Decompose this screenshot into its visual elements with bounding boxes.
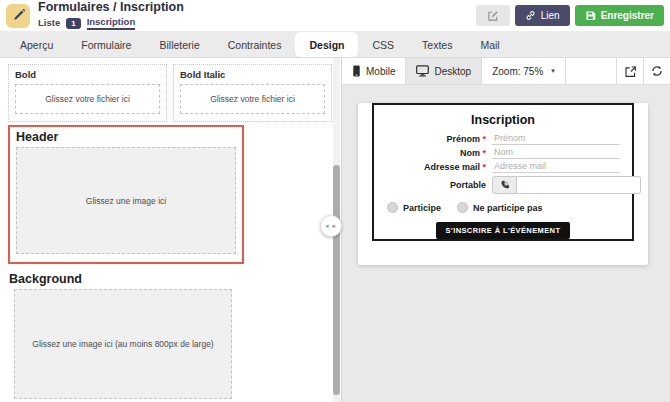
count-badge: 1 bbox=[66, 18, 80, 30]
field-row-prenom: Prénom * bbox=[374, 133, 632, 145]
section-header-label: Header bbox=[16, 130, 236, 144]
toolbar-spacer bbox=[566, 58, 616, 84]
lien-button[interactable]: Lien bbox=[515, 5, 570, 26]
portable-input[interactable] bbox=[517, 176, 641, 194]
refresh-icon bbox=[651, 65, 663, 77]
save-icon bbox=[585, 10, 596, 21]
tab-billeterie[interactable]: Billeterie bbox=[145, 32, 213, 57]
section-bold: Bold Glissez votre fichier ici bbox=[8, 64, 167, 122]
sinscrire-button[interactable]: S'INSCRIRE À L'ÉVÉNEMENT bbox=[436, 222, 571, 239]
section-header-highlighted[interactable]: Header Glissez une image ici bbox=[8, 125, 244, 264]
breadcrumb-inscription[interactable]: Inscription bbox=[87, 17, 136, 30]
prenom-label: Prénom * bbox=[374, 134, 486, 144]
font-sections-row: Bold Glissez votre fichier ici Bold Ital… bbox=[8, 64, 332, 122]
tab-design[interactable]: Design bbox=[295, 32, 358, 57]
required-asterisk: * bbox=[482, 148, 486, 158]
section-bold-italic-label: Bold Italic bbox=[180, 69, 325, 80]
zoom-label: Zoom: 75% bbox=[492, 66, 543, 77]
required-asterisk: * bbox=[482, 134, 486, 144]
tab-mail[interactable]: Mail bbox=[466, 32, 513, 57]
app-logo bbox=[6, 4, 30, 28]
design-panel: Bold Glissez votre fichier ici Bold Ital… bbox=[0, 58, 342, 402]
breadcrumb-liste[interactable]: Liste bbox=[38, 18, 60, 28]
background-image-dropzone[interactable]: Glissez une image ici (au moins 800px de… bbox=[14, 289, 232, 399]
required-asterisk: * bbox=[482, 162, 486, 172]
enregistrer-button[interactable]: Enregistrer bbox=[575, 5, 664, 26]
tab-textes[interactable]: Textes bbox=[408, 32, 466, 57]
desktop-toggle-button[interactable]: Desktop bbox=[406, 58, 482, 84]
app-header: Formulaires / Inscription Liste 1 Inscri… bbox=[0, 0, 670, 32]
field-row-adresse-mail: Adresse mail * bbox=[374, 161, 632, 173]
resize-arrows-icon: ◂ ▸ bbox=[325, 222, 337, 230]
pencil-icon bbox=[12, 9, 25, 22]
edit-square-icon bbox=[487, 10, 499, 22]
header-titles: Formulaires / Inscription Liste 1 Inscri… bbox=[38, 1, 184, 30]
page-title: Formulaires / Inscription bbox=[38, 1, 184, 15]
adresse-mail-input[interactable] bbox=[492, 161, 620, 173]
tab-contraintes[interactable]: Contraintes bbox=[214, 32, 296, 57]
edit-button[interactable] bbox=[476, 5, 510, 26]
mobile-toggle-button[interactable]: Mobile bbox=[342, 58, 406, 84]
mobile-label: Mobile bbox=[366, 66, 395, 77]
bold-italic-file-dropzone[interactable]: Glissez votre fichier ici bbox=[180, 84, 325, 114]
form-title: Inscription bbox=[374, 113, 632, 127]
lien-label: Lien bbox=[541, 10, 560, 21]
bold-file-dropzone[interactable]: Glissez votre fichier ici bbox=[15, 84, 160, 114]
radio-circle-icon[interactable] bbox=[387, 202, 398, 213]
panel-divider-handle[interactable]: ◂ ▸ bbox=[320, 215, 342, 237]
tab-css[interactable]: CSS bbox=[358, 32, 408, 57]
preview-area: Inscription Prénom * Nom * Adresse mail … bbox=[342, 85, 670, 265]
section-background-label: Background bbox=[9, 272, 244, 286]
field-row-nom: Nom * bbox=[374, 147, 632, 159]
chevron-down-icon: ▾ bbox=[551, 67, 555, 75]
section-bold-label: Bold bbox=[15, 69, 160, 80]
radio-participe[interactable]: Participe bbox=[387, 202, 441, 213]
tab-formulaire[interactable]: Formulaire bbox=[67, 32, 145, 57]
desktop-label: Desktop bbox=[434, 66, 471, 77]
header-actions: Lien Enregistrer bbox=[476, 5, 664, 26]
field-row-portable: Portable bbox=[374, 176, 632, 194]
phone-icon bbox=[492, 176, 517, 194]
tab-bar: Aperçu Formulaire Billeterie Contraintes… bbox=[0, 32, 670, 58]
form-preview-frame: Inscription Prénom * Nom * Adresse mail … bbox=[372, 103, 634, 241]
radio-ne-participe-pas-label: Ne participe pas bbox=[473, 203, 543, 213]
participation-radio-group: Participe Ne participe pas bbox=[387, 202, 632, 213]
mobile-icon bbox=[352, 65, 361, 77]
section-background: Background Glissez une image ici (au moi… bbox=[8, 272, 244, 399]
zoom-dropdown[interactable]: Zoom: 75% ▾ bbox=[482, 58, 566, 84]
desktop-icon bbox=[416, 65, 429, 77]
radio-participe-label: Participe bbox=[403, 203, 441, 213]
tab-apercu[interactable]: Aperçu bbox=[6, 32, 67, 57]
link-icon bbox=[525, 10, 536, 21]
prenom-input[interactable] bbox=[492, 133, 620, 145]
section-bold-italic: Bold Italic Glissez votre fichier ici bbox=[173, 64, 332, 122]
preview-panel: Mobile Desktop Zoom: 75% ▾ bbox=[342, 58, 670, 402]
nom-label: Nom * bbox=[374, 148, 486, 158]
header-image-dropzone[interactable]: Glissez une image ici bbox=[16, 147, 236, 254]
left-panel-scrollbar-thumb[interactable] bbox=[333, 165, 340, 395]
export-button[interactable] bbox=[616, 58, 643, 84]
portable-label: Portable bbox=[374, 180, 486, 190]
preview-card: Inscription Prénom * Nom * Adresse mail … bbox=[358, 103, 648, 265]
nom-input[interactable] bbox=[492, 147, 620, 159]
share-export-icon bbox=[624, 65, 637, 78]
radio-ne-participe-pas[interactable]: Ne participe pas bbox=[457, 202, 543, 213]
page: Formulaires / Inscription Liste 1 Inscri… bbox=[0, 0, 670, 402]
breadcrumb: Liste 1 Inscription bbox=[38, 17, 184, 30]
portable-input-group bbox=[492, 176, 641, 194]
preview-toolbar: Mobile Desktop Zoom: 75% ▾ bbox=[342, 58, 670, 85]
radio-circle-icon[interactable] bbox=[457, 202, 468, 213]
refresh-button[interactable] bbox=[643, 58, 670, 84]
enregistrer-label: Enregistrer bbox=[601, 10, 654, 21]
adresse-mail-label: Adresse mail * bbox=[374, 162, 486, 172]
